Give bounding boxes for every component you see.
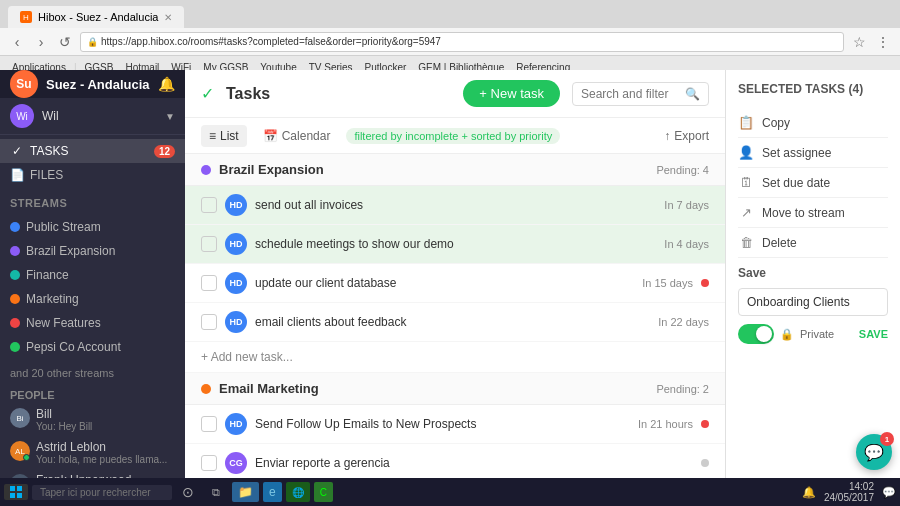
bookmark-button[interactable]: ☆ [850,33,868,51]
sidebar-item-tasks[interactable]: ✓ TASKS 12 [0,139,185,163]
taskbar-app-chrome[interactable]: 🌐 [286,482,310,502]
copy-action[interactable]: 📋 Copy [738,108,888,138]
toggle-knob [756,326,772,342]
set-assignee-action[interactable]: 👤 Set assignee [738,138,888,168]
sidebar-item-pepsi[interactable]: Pepsi Co Account [0,335,185,359]
task-assignee: HD [225,413,247,435]
user-row[interactable]: Wi Wil ▼ [0,98,185,135]
tasks-list: Brazil Expansion Pending: 4 HD send out … [185,154,725,478]
svg-rect-1 [17,486,22,491]
private-toggle[interactable] [738,324,774,344]
list-label: List [220,129,239,143]
reload-button[interactable]: ↺ [56,33,74,51]
streams-list: Public Stream Brazil Expansion Finance M… [0,211,185,363]
person-name-astrid: Astrid Leblon [36,440,167,454]
person-item-bill[interactable]: Bi Bill You: Hey Bill [0,403,185,436]
taskbar-app-green[interactable]: C [314,482,333,502]
group-header-brazil: Brazil Expansion Pending: 4 [185,154,725,186]
and-more-streams: and 20 other streams [0,363,185,383]
task-dot-grey [701,459,709,467]
sidebar-item-brazil[interactable]: Brazil Expansion [0,239,185,263]
sidebar-tasks-label: TASKS [30,144,148,158]
task-checkbox[interactable] [201,314,217,330]
move-label: Move to stream [762,206,845,220]
group-color-brazil [201,165,211,175]
group-name-brazil: Brazil Expansion [219,162,648,177]
stream-dot-red [10,318,20,328]
save-section: Save 🔒 Private SAVE [738,266,888,344]
nav-bar: ‹ › ↺ 🔒 https://app.hibox.co/rooms#tasks… [0,28,900,56]
person-item-astrid[interactable]: AL Astrid Leblon You: hola, me puedes ll… [0,436,185,469]
task-checkbox[interactable] [201,236,217,252]
taskbar-app-ie[interactable]: e [263,482,282,502]
menu-button[interactable]: ⋮ [874,33,892,51]
calendar-icon: 📅 [263,129,278,143]
export-label: Export [674,129,709,143]
sidebar-item-files[interactable]: 📄 FILES [0,163,185,187]
taskbar-task-view-icon[interactable]: ⧉ [204,482,228,502]
delete-label: Delete [762,236,797,250]
task-checkbox[interactable] [201,197,217,213]
people-list: Bi Bill You: Hey Bill AL Astrid Leblon Y… [0,403,185,478]
taskbar-action-center[interactable]: 💬 [882,486,896,499]
taskbar-right: 🔔 14:02 24/05/2017 💬 [802,481,896,503]
task-checkbox[interactable] [201,275,217,291]
right-panel: SELECTED TASKS (4) 📋 Copy 👤 Set assignee… [725,70,900,478]
bell-icon[interactable]: 🔔 [158,76,175,92]
table-row: HD update our client database In 15 days [185,264,725,303]
set-due-date-action[interactable]: 🗓 Set due date [738,168,888,198]
svg-rect-3 [17,493,22,498]
taskbar-cortana-icon[interactable]: ⊙ [176,482,200,502]
user-avatar: Wi [10,104,34,128]
task-due: In 22 days [658,316,709,328]
streams-section-header: STREAMS [0,191,185,211]
url-bar[interactable]: 🔒 https://app.hibox.co/rooms#tasks?compl… [80,32,844,52]
filter-badge: filtered by incomplete + sorted by prior… [346,128,560,144]
sidebar-item-marketing[interactable]: Marketing [0,287,185,311]
taskbar-app-explorer[interactable]: 📁 [232,482,259,502]
tasks-icon: ✓ [10,144,24,158]
person-status-bill: You: Hey Bill [36,421,92,432]
save-button[interactable]: SAVE [859,328,888,340]
start-button[interactable] [4,484,28,500]
main-content: ✓ Tasks + New task 🔍 ≡ List 📅 Calendar f… [185,70,900,478]
tab-close-icon[interactable]: ✕ [164,12,172,23]
person-item-frank[interactable]: FU Frank Upperwood [0,469,185,478]
list-view-button[interactable]: ≡ List [201,125,247,147]
add-task-brazil[interactable]: + Add new task... [185,342,725,373]
task-name: send out all invoices [255,198,656,212]
sidebar-item-new-features[interactable]: New Features [0,311,185,335]
person-avatar-bill: Bi [10,408,30,428]
save-name-input[interactable] [738,288,888,316]
sidebar-tasks-section: ✓ TASKS 12 📄 FILES [0,135,185,191]
tab-title: Hibox - Suez - Andalucia [38,11,158,23]
browser-tab[interactable]: H Hibox - Suez - Andalucia ✕ [8,6,184,28]
new-task-button[interactable]: + New task [463,80,560,107]
taskbar: ⊙ ⧉ 📁 e 🌐 C 🔔 14:02 24/05/2017 💬 [0,478,900,506]
group-color-email [201,384,211,394]
browser-chrome: H Hibox - Suez - Andalucia ✕ ‹ › ↺ 🔒 htt… [0,0,900,70]
taskbar-search-input[interactable] [32,485,172,500]
search-input[interactable] [581,87,681,101]
task-checkbox[interactable] [201,416,217,432]
calendar-view-button[interactable]: 📅 Calendar [255,125,339,147]
chevron-down-icon: ▼ [165,111,175,122]
task-dot-red [701,420,709,428]
stream-label-brazil: Brazil Expansion [26,244,175,258]
export-icon: ↑ [664,129,670,143]
tasks-check-icon: ✓ [201,84,214,103]
workspace-avatar: Su [10,70,38,98]
chat-bubble-button[interactable]: 💬 1 [856,434,892,470]
set-due-label: Set due date [762,176,830,190]
windows-icon [10,486,22,498]
forward-button[interactable]: › [32,33,50,51]
back-button[interactable]: ‹ [8,33,26,51]
export-button[interactable]: ↑ Export [664,129,709,143]
move-to-stream-action[interactable]: ↗ Move to stream [738,198,888,228]
task-checkbox[interactable] [201,455,217,471]
delete-action[interactable]: 🗑 Delete [738,228,888,258]
sidebar-item-public-stream[interactable]: Public Stream [0,215,185,239]
copy-label: Copy [762,116,790,130]
explorer-icon: 📁 [238,485,253,499]
sidebar-item-finance[interactable]: Finance [0,263,185,287]
